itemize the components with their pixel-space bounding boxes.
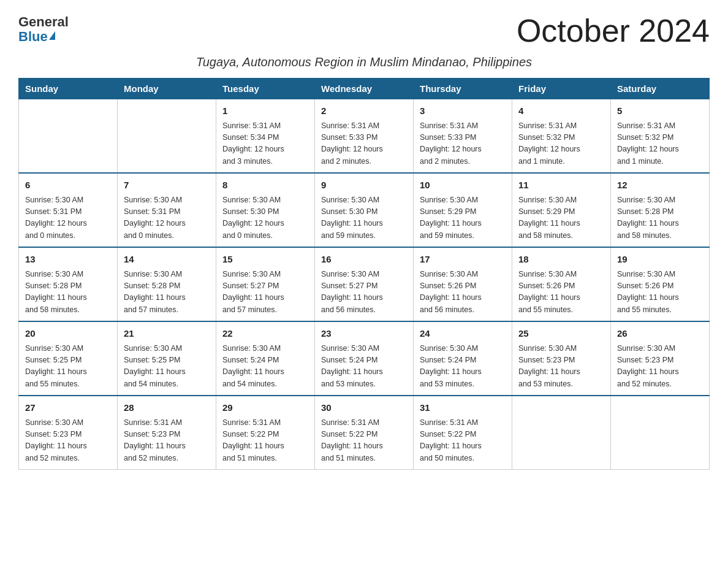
calendar-cell: 24Sunrise: 5:30 AM Sunset: 5:24 PM Dayli… bbox=[414, 321, 512, 396]
day-number: 6 bbox=[25, 178, 111, 193]
calendar-cell: 10Sunrise: 5:30 AM Sunset: 5:29 PM Dayli… bbox=[414, 173, 512, 247]
day-number: 19 bbox=[617, 253, 703, 267]
day-number: 14 bbox=[124, 253, 210, 267]
calendar-cell: 30Sunrise: 5:31 AM Sunset: 5:22 PM Dayli… bbox=[315, 396, 414, 470]
logo-triangle-icon bbox=[49, 31, 55, 40]
day-number: 16 bbox=[321, 253, 407, 267]
day-number: 17 bbox=[420, 253, 506, 267]
calendar-cell bbox=[19, 99, 118, 174]
day-number: 3 bbox=[420, 104, 506, 118]
weekday-header-row: SundayMondayTuesdayWednesdayThursdayFrid… bbox=[19, 79, 710, 99]
calendar-cell: 29Sunrise: 5:31 AM Sunset: 5:22 PM Dayli… bbox=[216, 396, 315, 470]
calendar-cell bbox=[512, 396, 611, 470]
calendar-cell: 19Sunrise: 5:30 AM Sunset: 5:26 PM Dayli… bbox=[611, 247, 710, 321]
calendar-cell bbox=[611, 396, 710, 470]
calendar-week-row: 27Sunrise: 5:30 AM Sunset: 5:23 PM Dayli… bbox=[19, 396, 710, 470]
calendar-cell: 4Sunrise: 5:31 AM Sunset: 5:32 PM Daylig… bbox=[512, 99, 611, 174]
day-number: 30 bbox=[321, 401, 407, 415]
calendar-cell: 16Sunrise: 5:30 AM Sunset: 5:27 PM Dayli… bbox=[315, 247, 414, 321]
calendar-cell: 28Sunrise: 5:31 AM Sunset: 5:23 PM Dayli… bbox=[118, 396, 216, 470]
day-number: 31 bbox=[420, 401, 506, 415]
day-info: Sunrise: 5:30 AM Sunset: 5:25 PM Dayligh… bbox=[25, 343, 111, 391]
day-info: Sunrise: 5:30 AM Sunset: 5:23 PM Dayligh… bbox=[617, 343, 703, 391]
day-info: Sunrise: 5:31 AM Sunset: 5:34 PM Dayligh… bbox=[222, 120, 308, 168]
day-number: 28 bbox=[124, 401, 210, 415]
day-number: 20 bbox=[25, 327, 111, 341]
logo-line2: Blue bbox=[18, 29, 55, 45]
day-number: 22 bbox=[222, 327, 308, 341]
day-number: 11 bbox=[518, 178, 604, 193]
day-number: 13 bbox=[25, 253, 111, 267]
calendar-cell: 18Sunrise: 5:30 AM Sunset: 5:26 PM Dayli… bbox=[512, 247, 611, 321]
logo-blue-text: Blue bbox=[18, 29, 48, 45]
calendar-cell: 11Sunrise: 5:30 AM Sunset: 5:29 PM Dayli… bbox=[512, 173, 611, 247]
calendar-cell: 20Sunrise: 5:30 AM Sunset: 5:25 PM Dayli… bbox=[19, 321, 118, 396]
calendar-cell: 2Sunrise: 5:31 AM Sunset: 5:33 PM Daylig… bbox=[315, 99, 414, 174]
calendar-cell: 17Sunrise: 5:30 AM Sunset: 5:26 PM Dayli… bbox=[414, 247, 512, 321]
weekday-header-monday: Monday bbox=[118, 79, 216, 99]
calendar-cell: 8Sunrise: 5:30 AM Sunset: 5:30 PM Daylig… bbox=[216, 173, 315, 247]
calendar-cell: 15Sunrise: 5:30 AM Sunset: 5:27 PM Dayli… bbox=[216, 247, 315, 321]
day-info: Sunrise: 5:30 AM Sunset: 5:29 PM Dayligh… bbox=[420, 194, 506, 242]
calendar-cell: 22Sunrise: 5:30 AM Sunset: 5:24 PM Dayli… bbox=[216, 321, 315, 396]
day-info: Sunrise: 5:30 AM Sunset: 5:26 PM Dayligh… bbox=[518, 269, 604, 316]
day-number: 18 bbox=[518, 253, 604, 267]
day-info: Sunrise: 5:30 AM Sunset: 5:26 PM Dayligh… bbox=[617, 269, 703, 316]
weekday-header-saturday: Saturday bbox=[611, 79, 710, 99]
day-number: 26 bbox=[617, 327, 703, 341]
page-header: General Blue October 2024 bbox=[18, 12, 710, 49]
weekday-header-sunday: Sunday bbox=[19, 79, 118, 99]
calendar-cell: 31Sunrise: 5:31 AM Sunset: 5:22 PM Dayli… bbox=[414, 396, 512, 470]
day-info: Sunrise: 5:30 AM Sunset: 5:26 PM Dayligh… bbox=[420, 269, 506, 316]
day-info: Sunrise: 5:30 AM Sunset: 5:24 PM Dayligh… bbox=[222, 343, 308, 391]
calendar-cell: 27Sunrise: 5:30 AM Sunset: 5:23 PM Dayli… bbox=[19, 396, 118, 470]
day-info: Sunrise: 5:30 AM Sunset: 5:23 PM Dayligh… bbox=[518, 343, 604, 391]
day-number: 21 bbox=[124, 327, 210, 341]
day-info: Sunrise: 5:31 AM Sunset: 5:33 PM Dayligh… bbox=[321, 120, 407, 168]
logo-general-text: General bbox=[18, 15, 69, 29]
calendar-cell: 6Sunrise: 5:30 AM Sunset: 5:31 PM Daylig… bbox=[19, 173, 118, 247]
calendar-table: SundayMondayTuesdayWednesdayThursdayFrid… bbox=[18, 78, 710, 470]
calendar-cell: 1Sunrise: 5:31 AM Sunset: 5:34 PM Daylig… bbox=[216, 99, 315, 174]
weekday-header-wednesday: Wednesday bbox=[315, 79, 414, 99]
day-number: 1 bbox=[222, 104, 308, 118]
day-number: 23 bbox=[321, 327, 407, 341]
day-number: 29 bbox=[222, 401, 308, 415]
weekday-header-friday: Friday bbox=[512, 79, 611, 99]
day-info: Sunrise: 5:30 AM Sunset: 5:28 PM Dayligh… bbox=[617, 194, 703, 242]
day-info: Sunrise: 5:30 AM Sunset: 5:31 PM Dayligh… bbox=[124, 194, 210, 242]
day-info: Sunrise: 5:30 AM Sunset: 5:24 PM Dayligh… bbox=[420, 343, 506, 391]
day-info: Sunrise: 5:30 AM Sunset: 5:24 PM Dayligh… bbox=[321, 343, 407, 391]
day-number: 7 bbox=[124, 178, 210, 193]
calendar-cell: 21Sunrise: 5:30 AM Sunset: 5:25 PM Dayli… bbox=[118, 321, 216, 396]
logo: General Blue bbox=[18, 12, 69, 45]
day-info: Sunrise: 5:30 AM Sunset: 5:27 PM Dayligh… bbox=[321, 269, 407, 316]
day-number: 9 bbox=[321, 178, 407, 193]
day-number: 10 bbox=[420, 178, 506, 193]
calendar-cell: 7Sunrise: 5:30 AM Sunset: 5:31 PM Daylig… bbox=[118, 173, 216, 247]
calendar-cell: 23Sunrise: 5:30 AM Sunset: 5:24 PM Dayli… bbox=[315, 321, 414, 396]
calendar-cell: 25Sunrise: 5:30 AM Sunset: 5:23 PM Dayli… bbox=[512, 321, 611, 396]
day-info: Sunrise: 5:31 AM Sunset: 5:32 PM Dayligh… bbox=[617, 120, 703, 168]
calendar-week-row: 6Sunrise: 5:30 AM Sunset: 5:31 PM Daylig… bbox=[19, 173, 710, 247]
calendar-cell bbox=[118, 99, 216, 174]
day-info: Sunrise: 5:30 AM Sunset: 5:25 PM Dayligh… bbox=[124, 343, 210, 391]
day-info: Sunrise: 5:30 AM Sunset: 5:28 PM Dayligh… bbox=[25, 269, 111, 316]
weekday-header-tuesday: Tuesday bbox=[216, 79, 315, 99]
day-number: 8 bbox=[222, 178, 308, 193]
calendar-cell: 12Sunrise: 5:30 AM Sunset: 5:28 PM Dayli… bbox=[611, 173, 710, 247]
calendar-cell: 14Sunrise: 5:30 AM Sunset: 5:28 PM Dayli… bbox=[118, 247, 216, 321]
calendar-week-row: 1Sunrise: 5:31 AM Sunset: 5:34 PM Daylig… bbox=[19, 99, 710, 174]
calendar-cell: 26Sunrise: 5:30 AM Sunset: 5:23 PM Dayli… bbox=[611, 321, 710, 396]
day-info: Sunrise: 5:30 AM Sunset: 5:28 PM Dayligh… bbox=[124, 269, 210, 316]
day-number: 5 bbox=[617, 104, 703, 118]
month-title: October 2024 bbox=[517, 12, 710, 49]
day-info: Sunrise: 5:31 AM Sunset: 5:23 PM Dayligh… bbox=[124, 417, 210, 465]
calendar-cell: 13Sunrise: 5:30 AM Sunset: 5:28 PM Dayli… bbox=[19, 247, 118, 321]
weekday-header-thursday: Thursday bbox=[414, 79, 512, 99]
calendar-cell: 3Sunrise: 5:31 AM Sunset: 5:33 PM Daylig… bbox=[414, 99, 512, 174]
day-number: 27 bbox=[25, 401, 111, 415]
day-number: 15 bbox=[222, 253, 308, 267]
calendar-cell: 9Sunrise: 5:30 AM Sunset: 5:30 PM Daylig… bbox=[315, 173, 414, 247]
calendar-week-row: 13Sunrise: 5:30 AM Sunset: 5:28 PM Dayli… bbox=[19, 247, 710, 321]
